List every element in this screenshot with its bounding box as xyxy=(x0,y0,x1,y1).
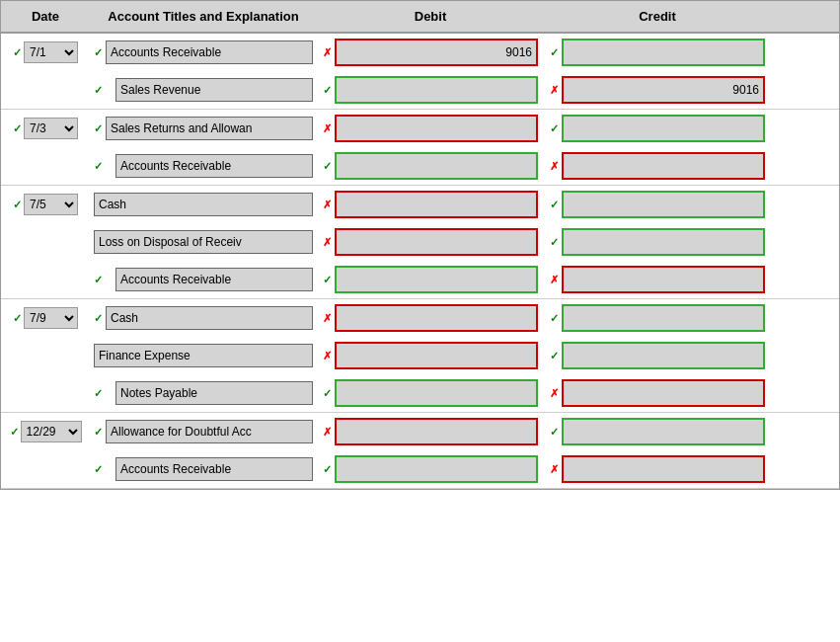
debit-input[interactable] xyxy=(335,304,538,332)
credit-input[interactable] xyxy=(562,191,765,218)
account-input[interactable] xyxy=(115,381,313,405)
account-cell: ✓ xyxy=(90,39,317,66)
debit-input[interactable] xyxy=(335,266,538,293)
account-input[interactable] xyxy=(115,154,313,178)
debit-input[interactable] xyxy=(335,191,538,218)
debit-input[interactable] xyxy=(335,379,538,407)
credit-input[interactable] xyxy=(562,304,765,332)
header-account: Account Titles and Explanation xyxy=(90,5,317,28)
account-input[interactable] xyxy=(115,78,313,102)
credit-x-icon: ✗ xyxy=(550,85,559,96)
table-row: ✗ ✓ xyxy=(1,223,839,261)
debit-cell: ✓ xyxy=(317,453,544,485)
entry-group-5: ✓ 12/29 ✓ ✗ ✓ ✓ xyxy=(1,413,839,489)
account-cell: ✓ xyxy=(90,455,317,483)
account-input[interactable] xyxy=(94,193,313,216)
table-row: ✓ ✓ ✗ xyxy=(1,450,839,488)
debit-check-icon: ✓ xyxy=(323,161,332,172)
debit-x-icon: ✗ xyxy=(323,351,332,361)
credit-input[interactable] xyxy=(562,266,765,293)
debit-input[interactable] xyxy=(335,342,538,369)
credit-cell: ✓ xyxy=(544,226,771,258)
debit-x-icon: ✗ xyxy=(323,47,332,58)
debit-input[interactable] xyxy=(335,115,538,142)
credit-x-icon: ✗ xyxy=(550,388,559,399)
debit-cell: ✗ xyxy=(317,416,544,447)
date-cell-empty xyxy=(1,354,90,358)
account-input[interactable] xyxy=(106,40,313,64)
date-check-icon: ✓ xyxy=(13,47,22,58)
date-cell-empty xyxy=(1,391,90,395)
account-input[interactable] xyxy=(106,420,313,443)
credit-cell: ✓ xyxy=(544,416,771,447)
account-input[interactable] xyxy=(115,457,313,481)
debit-x-icon: ✗ xyxy=(323,200,332,210)
account-cell: ✓ xyxy=(90,379,317,407)
debit-check-icon: ✓ xyxy=(323,464,332,475)
entry-group-3: ✓ 7/5 ✗ ✓ ✗ xyxy=(1,186,839,299)
account-cell: ✓ xyxy=(90,76,317,104)
credit-input[interactable] xyxy=(562,39,765,66)
credit-input[interactable] xyxy=(562,342,765,369)
debit-input[interactable] xyxy=(335,228,538,256)
credit-cell: ✓ xyxy=(544,189,771,220)
date-select-75[interactable]: 7/5 xyxy=(24,194,78,215)
debit-x-icon: ✗ xyxy=(323,313,332,324)
account-check-icon: ✓ xyxy=(94,85,103,96)
credit-input[interactable] xyxy=(562,152,765,180)
debit-x-icon: ✗ xyxy=(323,237,332,248)
debit-input[interactable] xyxy=(335,418,538,445)
table-row: ✓ 12/29 ✓ ✗ ✓ xyxy=(1,413,839,450)
debit-cell: ✗ xyxy=(317,189,544,220)
credit-input[interactable] xyxy=(562,76,765,104)
account-input[interactable] xyxy=(106,117,313,140)
date-check-icon: ✓ xyxy=(13,200,22,210)
debit-cell: ✗ xyxy=(317,226,544,258)
date-select-79[interactable]: 7/9 xyxy=(24,307,78,329)
credit-input[interactable] xyxy=(562,379,765,407)
account-cell xyxy=(90,191,317,218)
account-input[interactable] xyxy=(106,306,313,330)
debit-input[interactable] xyxy=(335,39,538,66)
date-select-71[interactable]: 7/1 xyxy=(24,41,78,63)
entry-group-1: ✓ 7/1 ✓ ✗ ✓ ✓ xyxy=(1,34,839,110)
credit-cell: ✓ xyxy=(544,340,771,371)
table-row: ✓ 7/9 ✓ ✗ ✓ xyxy=(1,299,839,337)
table-row: ✓ ✓ ✗ xyxy=(1,147,839,185)
table-row: ✓ ✓ ✗ xyxy=(1,71,839,109)
account-input[interactable] xyxy=(94,230,313,254)
credit-check-icon: ✓ xyxy=(550,237,559,248)
credit-input[interactable] xyxy=(562,228,765,256)
date-select-73[interactable]: 7/3 xyxy=(24,118,78,139)
date-cell: ✓ 7/5 xyxy=(1,192,90,217)
entry-group-2: ✓ 7/3 ✓ ✗ ✓ ✓ xyxy=(1,110,839,186)
credit-input[interactable] xyxy=(562,418,765,445)
debit-cell: ✗ xyxy=(317,340,544,371)
credit-check-icon: ✓ xyxy=(550,427,559,438)
debit-input[interactable] xyxy=(335,76,538,104)
account-cell: ✓ xyxy=(90,266,317,293)
account-check-icon: ✓ xyxy=(94,123,103,134)
credit-input[interactable] xyxy=(562,455,765,483)
credit-check-icon: ✓ xyxy=(550,200,559,210)
account-cell xyxy=(90,342,317,369)
credit-check-icon: ✓ xyxy=(550,123,559,134)
credit-input[interactable] xyxy=(562,115,765,142)
date-cell-empty xyxy=(1,240,90,244)
table-header: Date Account Titles and Explanation Debi… xyxy=(1,1,839,34)
date-check-icon: ✓ xyxy=(13,313,22,324)
date-cell-empty xyxy=(1,88,90,92)
account-check-icon: ✓ xyxy=(94,464,103,475)
date-select-1229[interactable]: 12/29 xyxy=(21,421,82,442)
debit-input[interactable] xyxy=(335,455,538,483)
credit-cell: ✓ xyxy=(544,113,771,144)
debit-cell: ✓ xyxy=(317,74,544,106)
account-input[interactable] xyxy=(94,344,313,367)
account-check-icon: ✓ xyxy=(94,313,103,324)
debit-input[interactable] xyxy=(335,152,538,180)
date-cell-empty xyxy=(1,164,90,168)
debit-check-icon: ✓ xyxy=(323,275,332,285)
account-input[interactable] xyxy=(115,268,313,291)
header-date: Date xyxy=(1,5,90,28)
debit-cell: ✓ xyxy=(317,264,544,295)
